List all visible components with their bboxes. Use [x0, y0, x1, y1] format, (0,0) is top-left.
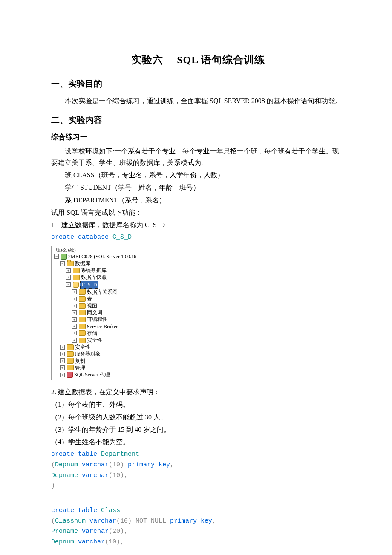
tree-label: 管理: [75, 364, 85, 371]
code-comma: ,: [212, 517, 216, 525]
section-1-paragraph: 本次实验是一个综合练习，通过训练，全面掌握 SQL SERVER 2008 的基…: [51, 95, 345, 107]
expand-icon[interactable]: +: [60, 365, 65, 370]
tree-diagram-node[interactable]: + 数据库关系图: [54, 289, 180, 295]
folder-icon: [79, 310, 86, 315]
tree-security-srv-node[interactable]: + 安全性: [54, 344, 180, 350]
document-title: 实验六 SQL 语句综合训练: [51, 51, 345, 69]
tree-label: 服务器对象: [75, 350, 101, 357]
folder-icon: [79, 324, 86, 329]
tree-label: SQL Server 代理: [74, 371, 110, 378]
code-pk: primary key: [128, 461, 170, 468]
tree-service-broker-node[interactable]: + Service Broker: [54, 323, 180, 330]
expand-icon[interactable]: +: [60, 345, 65, 350]
tree-programmability-node[interactable]: + 可编程性: [54, 316, 180, 323]
expand-icon[interactable]: +: [72, 338, 77, 343]
collapse-icon[interactable]: −: [66, 282, 71, 287]
sql-code-dept: create table Department (Depnum varchar(…: [51, 449, 345, 491]
code-paren: (: [51, 461, 55, 468]
code-type: varchar: [89, 517, 116, 525]
tree-storage-node[interactable]: + 存储: [54, 330, 180, 337]
tree-label: 视图: [87, 302, 97, 309]
expand-icon[interactable]: +: [72, 297, 77, 301]
practice-1-heading: 综合练习一: [51, 131, 345, 144]
tree-views-node[interactable]: + 视图: [54, 302, 180, 309]
task-1: 1．建立数据库，数据库名称为 C_S_D: [51, 219, 345, 231]
tree-server-node[interactable]: − 2MBPC028 (SQL Server 10.0.16: [54, 253, 180, 260]
folder-icon: [67, 365, 74, 370]
tree-server-objects-node[interactable]: + 服务器对象: [54, 350, 180, 357]
code-column: Depnum: [55, 461, 82, 468]
code-comma: ,: [170, 461, 174, 468]
folder-icon: [73, 268, 80, 273]
task-intro: 试用 SQL 语言完成以下功能：: [51, 207, 345, 218]
tree-label: 数据库: [75, 260, 90, 267]
tree-snapshot-node[interactable]: + 数据库快照: [54, 274, 180, 280]
tree-security-db-node[interactable]: + 安全性: [54, 337, 180, 344]
tree-replication-node[interactable]: + 复制: [54, 358, 180, 364]
expand-icon[interactable]: +: [60, 352, 65, 356]
tree-label: 安全性: [75, 344, 90, 350]
schema-department: 系 DEPARTMENT（系号，系名）: [51, 194, 345, 206]
code-type: varchar: [82, 472, 109, 479]
folder-icon: [79, 303, 86, 309]
agent-icon: [67, 372, 73, 378]
task-2: 2. 建立数据表，在定义中要求声明：: [51, 386, 345, 398]
folder-icon: [67, 261, 74, 266]
folder-icon: [79, 289, 86, 295]
tree-tables-node[interactable]: + 表: [54, 295, 180, 302]
code-args: (10),: [109, 472, 128, 479]
code-paren: (: [51, 517, 55, 525]
code-column: Depname: [51, 472, 82, 479]
folder-icon: [73, 275, 80, 280]
folder-icon: [67, 344, 74, 350]
code-keyword: create database: [51, 234, 109, 241]
tree-label: 数据库关系图: [87, 289, 118, 295]
folder-icon: [67, 351, 74, 357]
req-4: （4）学生姓名不能为空。: [51, 436, 345, 448]
server-icon: [61, 254, 67, 260]
sql-code-class: create table Class (Classnum varchar(10)…: [51, 506, 345, 548]
tree-agent-node[interactable]: + SQL Server 代理: [54, 371, 180, 378]
expand-icon[interactable]: +: [72, 289, 77, 294]
expand-icon[interactable]: +: [66, 268, 71, 273]
tree-label: 同义词: [87, 309, 102, 316]
req-1: （1）每个表的主、外码。: [51, 399, 345, 410]
code-keyword: create table: [51, 507, 97, 514]
code-type: varchar: [82, 528, 109, 535]
folder-icon: [67, 358, 74, 364]
tree-label: 安全性: [87, 337, 102, 344]
code-identifier: C_S_D: [109, 234, 132, 241]
code-nn: NOT NULL: [135, 517, 170, 525]
code-column: Proname: [51, 528, 82, 535]
req-2: （2）每个班级的人数不能超过 30 人。: [51, 411, 345, 423]
schema-class: 班 CLASS（班号，专业名，系号，入学年份，人数）: [51, 169, 345, 181]
tree-csd-node[interactable]: − C_S_D: [54, 281, 180, 289]
expand-icon[interactable]: +: [66, 275, 71, 280]
expand-icon[interactable]: +: [72, 331, 77, 335]
section-1-heading: 一、实验目的: [51, 76, 345, 91]
expand-icon[interactable]: +: [60, 373, 65, 377]
tree-label: 复制: [75, 358, 85, 364]
folder-icon: [79, 330, 86, 336]
tree-synonym-node[interactable]: + 同义词: [54, 309, 180, 316]
document-page: 实验六 SQL 语句综合训练 一、实验目的 本次实验是一个综合练习，通过训练，全…: [0, 0, 392, 555]
expand-icon[interactable]: +: [72, 317, 77, 322]
expand-icon[interactable]: +: [72, 324, 77, 329]
tree-label: 2MBPC028 (SQL Server 10.0.16: [68, 253, 136, 260]
tree-label: 表: [87, 295, 92, 302]
database-icon: [73, 282, 79, 288]
tree-sysdb-node[interactable]: + 系统数据库: [54, 267, 180, 274]
tree-databases-node[interactable]: − 数据库: [54, 260, 180, 267]
toolbar-hint: 理)么 (处): [54, 247, 180, 253]
section-2-heading: 二、实验内容: [51, 113, 345, 127]
collapse-icon[interactable]: −: [54, 254, 59, 259]
expand-icon[interactable]: +: [60, 358, 65, 363]
expand-icon[interactable]: +: [72, 304, 77, 308]
expand-icon[interactable]: +: [72, 310, 77, 315]
collapse-icon[interactable]: −: [60, 261, 65, 266]
tree-management-node[interactable]: + 管理: [54, 364, 180, 371]
code-identifier: Class: [97, 507, 120, 514]
code-column: Classnum: [55, 517, 89, 525]
blank-line: [51, 493, 345, 504]
code-type: varchar: [82, 461, 109, 468]
